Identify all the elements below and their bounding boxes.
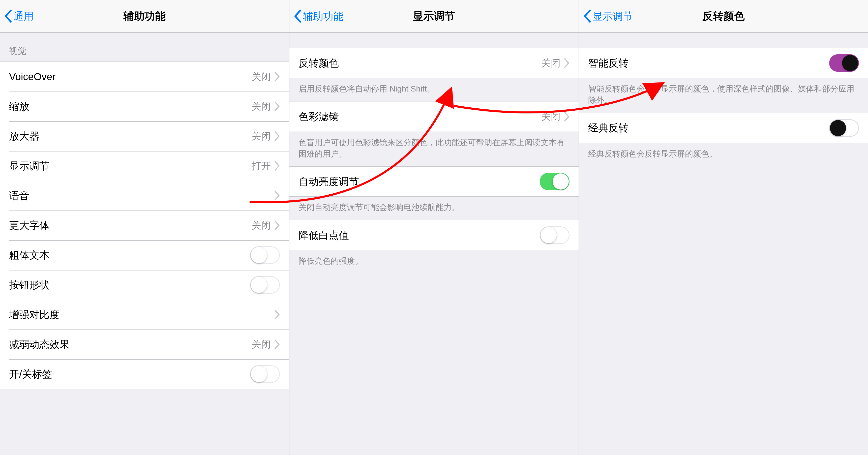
group-invert: 反转颜色 关闭 (289, 48, 578, 78)
chevron-right-icon (274, 310, 280, 320)
group-auto-brightness: 自动亮度调节 (289, 166, 578, 196)
back-button[interactable]: 显示调节 (579, 9, 633, 23)
row-color-filters[interactable]: 色彩滤镜 关闭 (289, 102, 578, 131)
chevron-right-icon (274, 131, 280, 141)
row-label: 语音 (9, 189, 271, 203)
panel-display-accommodations: 辅助功能 显示调节 反转颜色 关闭 启用反转颜色将自动停用 Night Shif… (289, 0, 579, 455)
row-classic-invert[interactable]: 经典反转 (579, 113, 868, 143)
row-label: VoiceOver (9, 71, 252, 83)
chevron-left-icon (294, 9, 302, 23)
row-label: 粗体文本 (9, 248, 250, 262)
row-display-accommodations[interactable]: 显示调节 打开 (0, 151, 289, 181)
row-invert-colors[interactable]: 反转颜色 关闭 (289, 48, 578, 78)
row-value: 关闭 (541, 57, 560, 69)
row-value: 关闭 (252, 130, 271, 143)
chevron-right-icon (274, 101, 280, 111)
footer-reduce-white-point: 降低亮色的强度。 (289, 250, 578, 274)
group-vision: VoiceOver 关闭 缩放 关闭 放大器 关闭 显示调节 打开 语音 (0, 61, 289, 389)
page-title: 辅助功能 (0, 9, 289, 23)
group-classic-invert: 经典反转 (579, 113, 868, 143)
chevron-left-icon (4, 9, 12, 23)
row-magnifier[interactable]: 放大器 关闭 (0, 121, 289, 151)
row-label: 开/关标签 (9, 367, 250, 381)
switch-on-off-labels[interactable] (250, 365, 280, 383)
navbar: 辅助功能 显示调节 (289, 0, 578, 33)
chevron-right-icon (274, 72, 280, 82)
back-button[interactable]: 辅助功能 (289, 9, 343, 23)
row-value: 关闭 (252, 219, 271, 232)
switch-bold-text[interactable] (250, 246, 280, 264)
row-reduce-motion[interactable]: 减弱动态效果 关闭 (0, 330, 289, 359)
row-label: 更大字体 (9, 218, 252, 233)
row-value: 关闭 (252, 100, 271, 113)
row-label: 减弱动态效果 (9, 337, 252, 352)
navbar: 通用 辅助功能 (0, 0, 289, 33)
row-label: 按钮形状 (9, 278, 250, 292)
chevron-right-icon (274, 161, 280, 171)
footer-classic-invert: 经典反转颜色会反转显示屏的颜色。 (579, 143, 868, 166)
row-reduce-white-point[interactable]: 降低白点值 (289, 220, 578, 250)
switch-button-shapes[interactable] (250, 276, 280, 294)
chevron-right-icon (274, 191, 280, 201)
row-label: 反转颜色 (299, 56, 541, 70)
chevron-right-icon (274, 339, 280, 349)
group-color-filters: 色彩滤镜 关闭 (289, 101, 578, 132)
switch-classic-invert[interactable] (829, 119, 859, 137)
row-label: 自动亮度调节 (299, 175, 539, 188)
row-label: 降低白点值 (299, 229, 539, 242)
row-label: 缩放 (9, 99, 252, 114)
group-reduce-white-point: 降低白点值 (289, 220, 578, 250)
navbar: 显示调节 反转颜色 (579, 0, 868, 33)
row-label: 经典反转 (588, 121, 829, 135)
panel-invert-colors: 显示调节 反转颜色 智能反转 智能反转颜色会反转显示屏的颜色，使用深色样式的图像… (579, 0, 868, 455)
back-label: 辅助功能 (303, 9, 343, 23)
row-smart-invert[interactable]: 智能反转 (579, 48, 868, 78)
row-value: 打开 (252, 159, 271, 173)
row-larger-text[interactable]: 更大字体 关闭 (0, 211, 289, 240)
row-increase-contrast[interactable]: 增强对比度 (0, 300, 289, 330)
back-label: 通用 (13, 9, 34, 23)
chevron-left-icon (584, 9, 591, 23)
footer-color-filters: 色盲用户可使用色彩滤镜来区分颜色，此功能还可帮助在屏幕上阅读文本有困难的用户。 (289, 132, 578, 166)
chevron-right-icon (564, 58, 569, 68)
row-label: 智能反转 (588, 56, 829, 70)
footer-invert: 启用反转颜色将自动停用 Night Shift。 (289, 78, 578, 101)
section-header-vision: 视觉 (0, 33, 289, 61)
row-value: 关闭 (252, 70, 271, 83)
row-label: 放大器 (9, 129, 252, 143)
row-auto-brightness[interactable]: 自动亮度调节 (289, 166, 578, 196)
back-button[interactable]: 通用 (0, 9, 34, 23)
row-voiceover[interactable]: VoiceOver 关闭 (0, 62, 289, 91)
back-label: 显示调节 (593, 9, 633, 23)
chevron-right-icon (274, 220, 280, 230)
row-label: 增强对比度 (9, 308, 271, 322)
row-label: 色彩滤镜 (299, 110, 541, 123)
row-bold-text[interactable]: 粗体文本 (0, 240, 289, 270)
row-button-shapes[interactable]: 按钮形状 (0, 270, 289, 300)
footer-auto-brightness: 关闭自动亮度调节可能会影响电池续航能力。 (289, 196, 578, 220)
switch-auto-brightness[interactable] (540, 173, 569, 190)
row-speech[interactable]: 语音 (0, 181, 289, 211)
panel-accessibility: 通用 辅助功能 视觉 VoiceOver 关闭 缩放 关闭 放大器 关闭 显示 (0, 0, 289, 455)
row-label: 显示调节 (9, 159, 252, 173)
row-zoom[interactable]: 缩放 关闭 (0, 91, 289, 121)
switch-smart-invert[interactable] (829, 54, 859, 72)
row-value: 关闭 (252, 338, 271, 351)
group-smart-invert: 智能反转 (579, 48, 868, 78)
row-value: 关闭 (541, 110, 560, 123)
switch-reduce-white-point[interactable] (540, 226, 569, 244)
footer-smart-invert: 智能反转颜色会反转显示屏的颜色，使用深色样式的图像、媒体和部分应用除外。 (579, 78, 868, 113)
chevron-right-icon (564, 112, 569, 121)
row-on-off-labels[interactable]: 开/关标签 (0, 359, 289, 389)
